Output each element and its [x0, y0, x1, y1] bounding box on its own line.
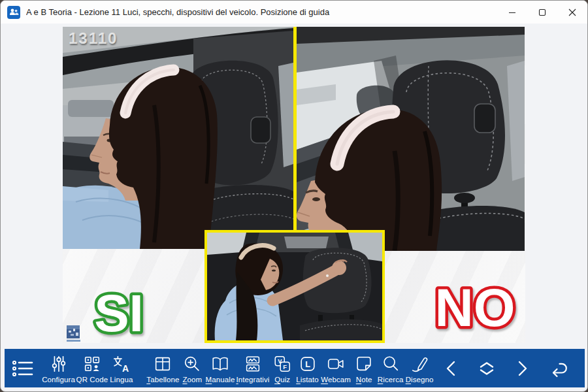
- toolbar-label: Quiz: [274, 376, 290, 384]
- toolbar-label: Listato: [296, 376, 319, 384]
- label-no: NO: [419, 269, 531, 342]
- search-icon: [381, 353, 400, 374]
- toolbar-label: Lingua: [110, 376, 133, 384]
- maximize-icon: [538, 8, 546, 16]
- true-false-icon: V F: [272, 353, 292, 374]
- expand-collapse-button[interactable]: [468, 359, 505, 378]
- minimize-icon: [508, 8, 516, 16]
- toolbar-label: Disegno: [406, 376, 434, 384]
- driver-closeup-illustration: [297, 27, 525, 251]
- lesson-slide: 13110: [63, 27, 525, 343]
- list-l-icon: L: [298, 353, 318, 374]
- app-icon: [7, 6, 20, 19]
- toolbar-disegno-button[interactable]: Disegno: [404, 349, 434, 387]
- toolbar-label: Integrativi: [236, 376, 269, 384]
- toolbar-integrativi-button[interactable]: Integrativi: [236, 349, 270, 387]
- toolbar-navigation: [434, 349, 578, 387]
- toolbar-note-button[interactable]: Note: [351, 349, 376, 387]
- toolbar-label: Tabellone: [146, 376, 179, 384]
- si-text: SI: [94, 284, 144, 342]
- photo-number: 13110: [69, 29, 118, 48]
- toolbar-ricerca-button[interactable]: Ricerca: [376, 349, 404, 387]
- toolbar-qr-code-button[interactable]: QR Code: [76, 349, 109, 387]
- window-controls: [497, 1, 587, 24]
- svg-text:F: F: [284, 364, 287, 370]
- photo-headrest-adjustment: [204, 230, 385, 343]
- qr-code-icon: [82, 353, 102, 374]
- svg-text:L: L: [305, 360, 310, 369]
- yellow-divider: [293, 27, 297, 231]
- previous-page-button[interactable]: [434, 359, 468, 378]
- toolbar-label: Configura: [42, 376, 75, 384]
- toolbar-webcam-button[interactable]: Webcam: [320, 349, 351, 387]
- toolbar-label: Zoom: [182, 376, 202, 384]
- toolbar: Configura QR Code A: [5, 349, 585, 387]
- toolbar-quiz-button[interactable]: V F Quiz: [270, 349, 295, 387]
- open-book-icon: [210, 353, 230, 374]
- driver-side-view-illustration: [63, 27, 293, 249]
- lesson-canvas: 13110: [1, 24, 588, 349]
- toolbar-label: Ricerca: [378, 376, 404, 384]
- minimize-button[interactable]: [497, 1, 527, 24]
- note-icon: [354, 353, 374, 374]
- app-window: A e B Teoria - Lezione 11 Luci, specchi,…: [0, 0, 588, 392]
- headrest-adjustment-illustration: [207, 233, 382, 340]
- chevron-right-icon: [514, 359, 531, 378]
- grid-icon: [153, 353, 172, 374]
- window-title: A e B Teoria - Lezione 11 Luci, specchi,…: [26, 7, 497, 17]
- svg-text:A: A: [122, 363, 129, 374]
- toolbar-zoom-button[interactable]: Zoom: [180, 349, 204, 387]
- publisher-watermark: [66, 325, 82, 343]
- toolbar-label: Manuale: [206, 376, 235, 384]
- return-arrow-icon: [547, 359, 570, 378]
- toolbar-label: Note: [356, 376, 372, 384]
- webcam-icon: [326, 353, 346, 374]
- toolbar-menu-button[interactable]: [10, 349, 36, 387]
- close-icon: [568, 8, 576, 16]
- label-si: SI: [67, 276, 171, 347]
- bullet-list-icon: [12, 359, 34, 378]
- zoom-in-icon: [182, 353, 202, 374]
- pen-icon: [410, 353, 429, 374]
- sliders-icon: [49, 353, 69, 374]
- chevron-left-icon: [443, 359, 460, 378]
- maximize-button[interactable]: [527, 1, 557, 24]
- next-page-button[interactable]: [505, 359, 539, 378]
- photo-driver-correct-position: [63, 27, 293, 249]
- toolbar-label: QR Code: [76, 376, 108, 384]
- translate-icon: A: [112, 353, 131, 374]
- return-button[interactable]: [539, 359, 578, 378]
- titlebar: A e B Teoria - Lezione 11 Luci, specchi,…: [1, 1, 587, 24]
- close-button[interactable]: [557, 1, 587, 24]
- no-text: NO: [435, 278, 515, 337]
- images-icon: [243, 353, 263, 374]
- toolbar-manuale-button[interactable]: Manuale: [204, 349, 235, 387]
- toolbar-tabellone-button[interactable]: Tabellone: [146, 349, 180, 387]
- toolbar-lingua-button[interactable]: A Lingua: [108, 349, 134, 387]
- people-icon: [9, 8, 19, 16]
- toolbar-label: Webcam: [321, 376, 351, 384]
- chevrons-up-down-icon: [477, 359, 497, 378]
- toolbar-listato-button[interactable]: L Listato: [295, 349, 320, 387]
- toolbar-configura-button[interactable]: Configura: [41, 349, 75, 387]
- photo-driver-headrest-closeup: [297, 27, 525, 251]
